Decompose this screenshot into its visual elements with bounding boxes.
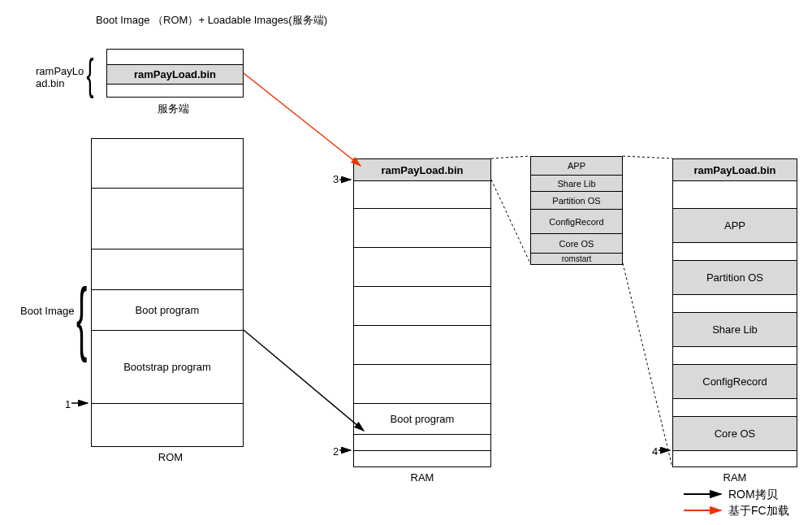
detail-block: APP Share Lib Partition OS ConfigRecord … (530, 156, 623, 265)
rom-caption: ROM (146, 451, 195, 463)
legend-fc-load: 基于FC加载 (728, 504, 789, 518)
ram-caption: RAM (406, 471, 438, 484)
brace-icon: { (76, 276, 87, 358)
server-block: ramPayLoad.bin (106, 49, 244, 98)
rom-block: Boot program Bootstrap program (91, 138, 244, 447)
server-rampayload: ramPayLoad.bin (107, 64, 243, 84)
ram-rampayload: ramPayLoad.bin (354, 159, 490, 180)
svg-line-9 (623, 263, 672, 467)
svg-line-4 (244, 330, 364, 431)
ram2-sharelib: Share Lib (673, 312, 797, 346)
svg-line-5 (244, 73, 361, 166)
server-caption: 服务端 (140, 102, 205, 116)
diagram-title: Boot Image （ROM）+ Loadable Images(服务端) (96, 13, 327, 28)
ram2-partitionos: Partition OS (673, 260, 797, 294)
ram2-caption: RAM (719, 471, 751, 484)
ram2-coreos: Core OS (673, 416, 797, 450)
step-2-label: 2 (333, 445, 339, 458)
detail-configrecord: ConfigRecord (531, 209, 622, 233)
ram2-rampayload: ramPayLoad.bin (673, 159, 797, 180)
detail-app: APP (531, 157, 622, 175)
ram2-app: APP (673, 208, 797, 242)
detail-sharelib: Share Lib (531, 175, 622, 191)
ram2-block: ramPayLoad.bin APP Partition OS Share Li… (672, 158, 797, 467)
svg-line-6 (491, 156, 530, 158)
svg-line-8 (623, 156, 672, 158)
ram2-configrecord: ConfigRecord (673, 364, 797, 398)
detail-romstart: romstart (531, 253, 622, 264)
rom-bootstrap-program: Bootstrap program (92, 330, 243, 403)
detail-coreos: Core OS (531, 233, 622, 253)
step-4-label: 4 (652, 445, 658, 458)
rom-boot-program: Boot program (92, 289, 243, 330)
svg-line-7 (491, 180, 530, 263)
detail-partitionos: Partition OS (531, 191, 622, 209)
boot-image-label: Boot Image (20, 305, 75, 317)
boot-diagram: Boot Image （ROM）+ Loadable Images(服务端) r… (0, 0, 812, 525)
legend-rom-copy: ROM拷贝 (728, 488, 778, 502)
ram-boot-program: Boot program (354, 403, 490, 434)
step-1-label: 1 (65, 398, 71, 410)
brace-icon: { (87, 52, 94, 96)
step-3-label: 3 (333, 173, 339, 185)
rampayload-bin-label: ramPayLo ad.bin (36, 65, 84, 89)
ram-block: ramPayLoad.bin Boot program (353, 158, 491, 467)
